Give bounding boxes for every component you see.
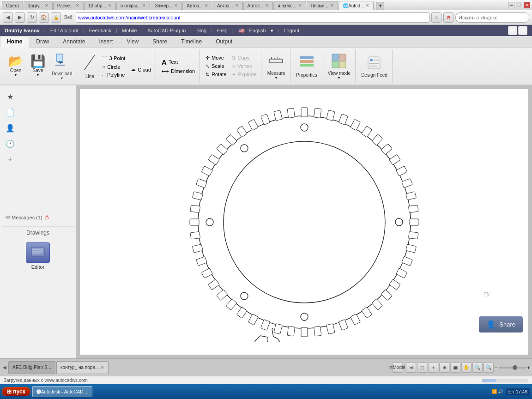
drawing-tab-1[interactable]: AEC Bldg Plan S... bbox=[8, 361, 55, 374]
text-button[interactable]: A Text bbox=[160, 57, 197, 67]
browser-tab-active[interactable]: 🌐 Autod... ✕ bbox=[339, 1, 374, 10]
tab-output[interactable]: Output bbox=[209, 36, 239, 47]
properties-button[interactable]: Properties bbox=[294, 54, 319, 79]
download-button[interactable]: Download ▾ bbox=[50, 51, 74, 81]
open-dropdown-icon[interactable]: ▾ bbox=[15, 73, 17, 77]
download-dropdown-icon[interactable]: ▾ bbox=[61, 76, 63, 80]
help-link[interactable]: Help bbox=[217, 28, 228, 33]
messages-section[interactable]: ✉ Messages (1) ⚠ bbox=[2, 210, 74, 224]
mobile-link[interactable]: Mobile bbox=[122, 28, 137, 33]
copy-button[interactable]: ⧉ Copy bbox=[230, 54, 258, 62]
editor-item[interactable]: Editor bbox=[2, 239, 74, 273]
browser-tab-8[interactable]: Автоз... ✕ bbox=[243, 1, 273, 10]
grid-btn-4[interactable]: ⊞ bbox=[439, 363, 449, 373]
document-icon[interactable]: 📄 bbox=[4, 106, 17, 119]
language-dropdown-icon[interactable]: ▾ bbox=[271, 28, 273, 34]
tab-close-icon[interactable]: ✕ bbox=[298, 3, 302, 8]
logout-link[interactable]: Logout bbox=[284, 28, 299, 33]
new-tab-button[interactable]: + bbox=[376, 2, 384, 10]
tab-close-icon[interactable]: ✕ bbox=[235, 3, 239, 8]
browser-tab-2[interactable]: Расче... ✕ bbox=[53, 1, 84, 10]
tab-close-icon[interactable]: ✕ bbox=[174, 3, 178, 8]
model-dropdown-icon[interactable]: ▾ bbox=[403, 365, 405, 369]
drawing-tab-2[interactable]: контур_ на поре... ✕ bbox=[56, 361, 109, 374]
blog-link[interactable]: Blog bbox=[196, 28, 206, 33]
explode-button[interactable]: ✦ Explode bbox=[230, 71, 258, 79]
dimension-button[interactable]: ⟷ Dimension bbox=[160, 67, 197, 75]
close-button[interactable]: ✕ bbox=[524, 2, 530, 8]
browser-tab-5[interactable]: Замер... ✕ bbox=[151, 1, 182, 10]
design-feed-button[interactable]: Design Feed bbox=[359, 54, 389, 79]
grid-btn-3[interactable]: + bbox=[428, 363, 438, 373]
browser-tab-9[interactable]: я валю... ✕ bbox=[273, 1, 306, 10]
tab-share[interactable]: Share bbox=[145, 36, 174, 47]
tab-insert[interactable]: Insert bbox=[92, 36, 120, 47]
browser-tab-1[interactable]: Загру... ✕ bbox=[24, 1, 53, 10]
tab-annotate[interactable]: Annotate bbox=[56, 36, 92, 47]
address-bar[interactable] bbox=[78, 15, 427, 20]
rotate-button[interactable]: ↻ Rotate bbox=[204, 71, 228, 79]
view-mode-dropdown-icon[interactable]: ▾ bbox=[338, 76, 340, 80]
forward-button[interactable]: ▶ bbox=[15, 12, 25, 23]
model-button[interactable]: ⊞ Model bbox=[392, 363, 402, 373]
undo-button[interactable]: ↩ bbox=[508, 26, 517, 35]
tab-timeline[interactable]: Timeline bbox=[174, 36, 209, 47]
redo-button[interactable]: ↪ bbox=[518, 26, 527, 35]
save-dropdown-icon[interactable]: ▾ bbox=[37, 73, 39, 77]
tab-home[interactable]: Home bbox=[0, 36, 29, 48]
feedback-link[interactable]: Feedback bbox=[89, 28, 111, 33]
tab-close-icon[interactable]: ✕ bbox=[366, 3, 369, 8]
zoom-thumb[interactable] bbox=[513, 365, 517, 370]
taskbar-app-autocad[interactable]: 🅐 Autodesk - AutoCAD ... bbox=[32, 386, 93, 397]
three-point-button[interactable]: ⌒ 3-Point bbox=[100, 54, 127, 63]
move-button[interactable]: ✛ Move bbox=[204, 54, 228, 62]
grid-btn-1[interactable]: ⊟ bbox=[406, 363, 416, 373]
browser-tab-6[interactable]: Автоз... ✕ bbox=[182, 1, 212, 10]
measure-dropdown-icon[interactable]: ▾ bbox=[275, 76, 277, 80]
drawing-canvas[interactable]: 👤 Share ☞ bbox=[76, 85, 532, 358]
tab-scroll-left[interactable]: ◀ bbox=[2, 364, 7, 371]
browser-tab-3[interactable]: 10 обр... ✕ bbox=[84, 1, 116, 10]
home-button[interactable]: 🏠 bbox=[39, 12, 49, 23]
tab-close-icon[interactable]: ✕ bbox=[265, 3, 269, 8]
polyline-button[interactable]: ⌐ Polyline bbox=[100, 71, 127, 79]
start-button[interactable]: ⊞ пуск bbox=[2, 387, 30, 396]
autocad-plugin-link[interactable]: AutoCAD Plug-in bbox=[147, 28, 186, 33]
canvas-area[interactable]: 👤 Share ☞ bbox=[80, 89, 528, 355]
scale-button[interactable]: ⤡ Scale bbox=[204, 62, 228, 70]
tab-close-icon[interactable]: ✕ bbox=[205, 3, 208, 8]
browser-tab-7[interactable]: Автоз... ✕ bbox=[213, 1, 243, 10]
language-selector[interactable]: English bbox=[249, 28, 266, 33]
tab-close-icon[interactable]: ✕ bbox=[108, 3, 112, 8]
tab-close-icon[interactable]: ✕ bbox=[45, 3, 48, 8]
clock-icon[interactable]: 🕐 bbox=[4, 137, 17, 150]
pan-button[interactable]: ✋ bbox=[461, 363, 472, 373]
browser-tab-10[interactable]: Письм... ✕ bbox=[307, 1, 338, 10]
minimize-button[interactable]: ─ bbox=[508, 2, 514, 8]
browser-tab-opera[interactable]: Opera bbox=[2, 1, 23, 10]
measure-button[interactable]: Measure ▾ bbox=[265, 52, 287, 81]
refresh-button[interactable]: ↻ bbox=[27, 12, 37, 23]
tab-close-icon[interactable]: ✕ bbox=[330, 3, 334, 8]
user-icon[interactable]: 👤 bbox=[4, 121, 17, 134]
tab-close-icon[interactable]: ✕ bbox=[76, 3, 79, 8]
share-button[interactable]: 👤 Share bbox=[479, 316, 523, 332]
line-button[interactable]: Line bbox=[81, 52, 98, 80]
search-input[interactable] bbox=[459, 15, 519, 20]
plus-icon[interactable]: + bbox=[4, 153, 17, 166]
back-button[interactable]: ◀ bbox=[3, 12, 13, 23]
tab-view[interactable]: View bbox=[120, 36, 145, 47]
grid-btn-2[interactable]: □ bbox=[417, 363, 427, 373]
vertex-button[interactable]: ◇ Vertex bbox=[230, 62, 258, 70]
view-mode-button[interactable]: View mode ▾ bbox=[326, 52, 352, 81]
cloud-button[interactable]: ☁ Cloud bbox=[129, 66, 153, 73]
star-icon[interactable]: ★ bbox=[4, 90, 17, 103]
zoom-in-button[interactable]: 🔍 bbox=[484, 363, 494, 373]
maximize-button[interactable]: □ bbox=[516, 2, 522, 8]
zoom-slider[interactable] bbox=[499, 367, 526, 369]
open-button[interactable]: 📂 Open ▾ bbox=[6, 54, 26, 78]
zoom-minus-icon[interactable]: − bbox=[495, 365, 497, 370]
edit-account-link[interactable]: Edit Account bbox=[50, 28, 79, 33]
circle-button[interactable]: ○ Circle bbox=[100, 63, 127, 71]
tab-2-close-icon[interactable]: ✕ bbox=[101, 365, 104, 370]
